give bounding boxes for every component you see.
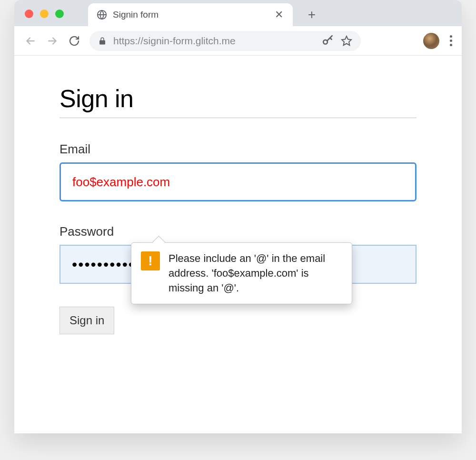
window-minimize-button[interactable] bbox=[40, 10, 49, 18]
address-bar[interactable]: https://signin-form.glitch.me bbox=[89, 31, 361, 51]
validation-tooltip: ! Please include an '@' in the email add… bbox=[131, 242, 352, 304]
browser-window: Signin form ✕ + https://signin-form.glit… bbox=[14, 0, 462, 433]
url-text: https://signin-form.glitch.me bbox=[113, 35, 315, 47]
tooltip-message: Please include an '@' in the email addre… bbox=[169, 251, 342, 295]
new-tab-button[interactable]: + bbox=[305, 3, 319, 26]
tab-strip: Signin form ✕ + bbox=[14, 0, 462, 26]
browser-toolbar: https://signin-form.glitch.me bbox=[14, 26, 462, 56]
close-tab-icon[interactable]: ✕ bbox=[274, 10, 284, 20]
warning-icon: ! bbox=[141, 251, 160, 270]
signin-button[interactable]: Sign in bbox=[60, 307, 114, 334]
window-controls bbox=[25, 10, 64, 18]
menu-button[interactable] bbox=[450, 35, 452, 46]
window-close-button[interactable] bbox=[25, 10, 33, 18]
reload-button[interactable] bbox=[68, 34, 81, 48]
page-content: Sign in Email Password Sign in bbox=[14, 56, 462, 363]
key-icon[interactable] bbox=[322, 35, 334, 47]
window-maximize-button[interactable] bbox=[55, 10, 64, 18]
password-label: Password bbox=[60, 224, 416, 239]
toolbar-right bbox=[423, 33, 452, 49]
lock-icon bbox=[98, 37, 107, 45]
email-input[interactable] bbox=[60, 162, 416, 201]
svg-marker-2 bbox=[342, 36, 351, 45]
forward-button[interactable] bbox=[46, 34, 59, 48]
browser-tab[interactable]: Signin form ✕ bbox=[88, 3, 293, 26]
tab-title: Signin form bbox=[113, 10, 268, 20]
email-label: Email bbox=[60, 142, 416, 157]
back-button[interactable] bbox=[24, 34, 37, 48]
star-icon[interactable] bbox=[341, 35, 352, 47]
page-title: Sign in bbox=[60, 84, 416, 118]
email-field-group: Email bbox=[60, 142, 416, 201]
globe-icon bbox=[97, 10, 107, 20]
avatar[interactable] bbox=[423, 33, 439, 49]
